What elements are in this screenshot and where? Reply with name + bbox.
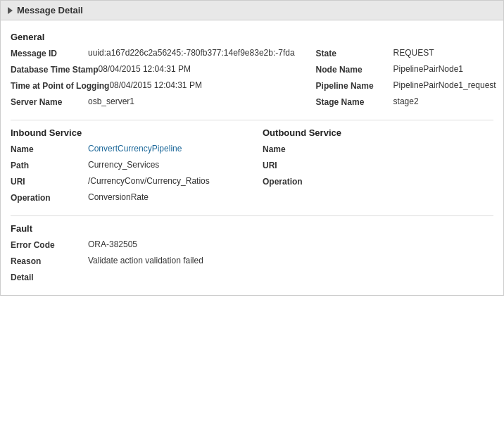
reason-value: Validate action validation failed (88, 256, 493, 265)
detail-label: Detail (11, 272, 88, 282)
services-layout: Inbound Service Name ConvertCurrencyPipe… (11, 127, 493, 208)
inbound-operation-label: Operation (11, 192, 88, 203)
section-title: Message Detail (17, 5, 83, 15)
server-name-value: osb_server1 (88, 96, 295, 106)
collapse-icon[interactable] (8, 7, 13, 14)
inbound-service-col: Inbound Service Name ConvertCurrencyPipe… (11, 127, 248, 208)
general-layout: Message ID uuid:a167d226c2a56245:-780fb3… (11, 48, 493, 113)
detail-row: Detail (11, 272, 493, 282)
stage-name-label: Stage Name (316, 96, 393, 107)
divider-1 (11, 120, 493, 120)
node-name-label: Node Name (316, 64, 393, 75)
state-label: State (316, 48, 393, 58)
db-timestamp-row: Database Time Stamp 08/04/2015 12:04:31 … (11, 64, 295, 75)
inbound-path-row: Path Currency_Services (11, 160, 241, 170)
inbound-operation-value: ConversionRate (88, 192, 241, 202)
inbound-name-link[interactable]: ConvertCurrencyPipeline (88, 144, 182, 154)
page-container: Message Detail General Message ID uuid:a… (0, 0, 504, 296)
fault-section: Fault Error Code ORA-382505 Reason Valid… (11, 223, 493, 282)
inbound-path-label: Path (11, 160, 88, 170)
time-at-point-row: Time at Point of Logging 08/04/2015 12:0… (11, 80, 295, 91)
stage-name-row: Stage Name stage2 (316, 96, 496, 107)
outbound-name-label: Name (263, 144, 340, 154)
divider-2 (11, 215, 493, 216)
section-header: Message Detail (1, 1, 503, 20)
general-left-col: Message ID uuid:a167d226c2a56245:-780fb3… (11, 48, 302, 113)
inbound-uri-value: /CurrencyConv/Currency_Ratios (88, 176, 241, 186)
inbound-path-value: Currency_Services (88, 160, 241, 170)
db-timestamp-value: 08/04/2015 12:04:31 PM (99, 64, 295, 74)
inbound-name-value: ConvertCurrencyPipeline (88, 144, 241, 154)
inbound-uri-label: URI (11, 176, 88, 187)
state-value: REQUEST (393, 48, 496, 58)
error-code-label: Error Code (11, 239, 88, 250)
inbound-operation-row: Operation ConversionRate (11, 192, 241, 203)
time-at-point-value: 08/04/2015 12:04:31 PM (109, 80, 294, 90)
outbound-name-row: Name (263, 144, 493, 154)
outbound-operation-label: Operation (263, 176, 340, 187)
reason-row: Reason Validate action validation failed (11, 256, 493, 266)
fault-title: Fault (11, 223, 493, 234)
inbound-uri-row: URI /CurrencyConv/Currency_Ratios (11, 176, 241, 187)
error-code-value: ORA-382505 (88, 239, 493, 249)
server-name-label: Server Name (11, 96, 88, 107)
pipeline-name-label: Pipeline Name (316, 80, 393, 91)
content-area: General Message ID uuid:a167d226c2a56245… (1, 20, 503, 295)
general-title: General (11, 32, 493, 42)
reason-label: Reason (11, 256, 88, 266)
inbound-name-label: Name (11, 144, 88, 154)
outbound-service-col: Outbound Service Name URI Operation (248, 127, 493, 208)
pipeline-name-row: Pipeline Name PipelinePairNode1_request (316, 80, 496, 91)
time-at-point-label: Time at Point of Logging (11, 80, 109, 91)
inbound-service-title: Inbound Service (11, 127, 241, 138)
stage-name-value: stage2 (393, 96, 496, 106)
pipeline-name-value: PipelinePairNode1_request (393, 80, 496, 90)
node-name-value: PipelinePairNode1 (393, 64, 496, 74)
inbound-name-row: Name ConvertCurrencyPipeline (11, 144, 241, 154)
outbound-service-title: Outbound Service (263, 127, 493, 138)
node-name-row: Node Name PipelinePairNode1 (316, 64, 496, 75)
outbound-uri-label: URI (263, 160, 340, 170)
message-id-value: uuid:a167d226c2a56245:-780fb377:14ef9e83… (88, 48, 295, 58)
message-id-row: Message ID uuid:a167d226c2a56245:-780fb3… (11, 48, 295, 58)
server-name-row: Server Name osb_server1 (11, 96, 295, 107)
message-id-label: Message ID (11, 48, 88, 58)
outbound-operation-row: Operation (263, 176, 493, 187)
state-row: State REQUEST (316, 48, 496, 58)
db-timestamp-label: Database Time Stamp (11, 64, 99, 75)
outbound-uri-row: URI (263, 160, 493, 170)
general-right-col: State REQUEST Node Name PipelinePairNode… (302, 48, 496, 113)
error-code-row: Error Code ORA-382505 (11, 239, 493, 250)
